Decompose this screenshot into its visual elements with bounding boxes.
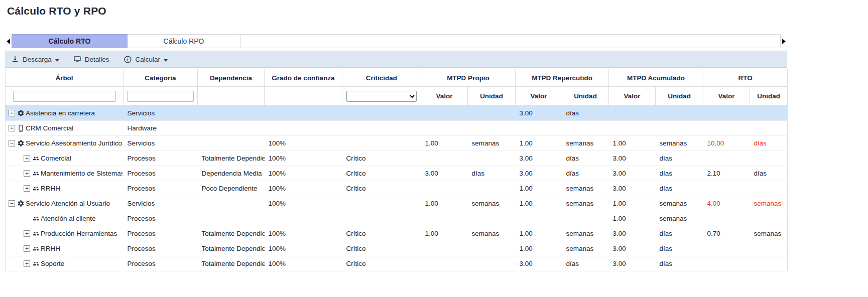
tree-node-label: RRHH bbox=[41, 185, 60, 192]
cell-grado-confianza: 100% bbox=[265, 241, 342, 256]
cell-grado-confianza: 100% bbox=[265, 181, 342, 196]
cell-grado-confianza bbox=[265, 106, 342, 121]
collapse-toggle[interactable]: − bbox=[9, 140, 15, 146]
table-row[interactable]: + Asistencia en carretera Servicios 3.00… bbox=[6, 106, 788, 121]
cell-mtpd-repercutido-valor: 3.00 bbox=[516, 256, 562, 271]
tab-scroll-left-button[interactable] bbox=[5, 34, 12, 48]
column-header-grado-confianza[interactable]: Grado de confianza bbox=[265, 69, 342, 87]
download-button[interactable]: Descarga bbox=[11, 55, 59, 63]
tab-calculo-rpo[interactable]: Cálculo RPO bbox=[128, 34, 240, 48]
cell-mtpd-acumulado-valor: 3.00 bbox=[609, 181, 656, 196]
column-header-criticidad[interactable]: Criticidad bbox=[342, 69, 421, 87]
cell-rto-valor: 2.10 bbox=[703, 166, 750, 181]
cell-mtpd-repercutido-valor bbox=[516, 121, 562, 136]
cell-mtpd-propio-unidad: semanas bbox=[468, 196, 516, 211]
subheader-repercutido-valor[interactable]: Valor bbox=[516, 87, 562, 106]
column-header-categoria[interactable]: Categoría bbox=[123, 69, 198, 87]
tab-scroll-right-button[interactable] bbox=[781, 34, 787, 48]
subheader-acumulado-valor[interactable]: Valor bbox=[609, 87, 656, 106]
cell-rto-valor bbox=[703, 256, 750, 271]
cell-dependencia: Totalmente Dependiente bbox=[198, 151, 265, 166]
column-header-arbol[interactable]: Árbol bbox=[6, 69, 123, 87]
cell-rto-valor: 0.70 bbox=[703, 226, 750, 241]
dependencia-filter-cell bbox=[198, 87, 265, 106]
column-header-mtpd-acumulado[interactable]: MTPD Acumulado bbox=[609, 69, 703, 87]
cell-grado-confianza: 100% bbox=[265, 256, 342, 271]
tree-node-label: CRM Comercial bbox=[26, 124, 73, 132]
cell-mtpd-acumulado-valor: 3.00 bbox=[609, 151, 656, 166]
calculate-button[interactable]: Calcular bbox=[123, 55, 168, 64]
table-row[interactable]: + Producción Herramientas Procesos Total… bbox=[6, 226, 788, 241]
expand-toggle[interactable]: + bbox=[9, 125, 15, 131]
arbol-filter-input[interactable] bbox=[13, 91, 116, 102]
column-header-mtpd-repercutido[interactable]: MTPD Repercutido bbox=[516, 69, 609, 87]
cell-criticidad bbox=[342, 136, 421, 151]
cell-mtpd-propio-valor bbox=[421, 256, 468, 271]
expand-toggle[interactable]: + bbox=[9, 110, 15, 116]
subheader-propio-unidad[interactable]: Unidad bbox=[468, 87, 516, 106]
expand-toggle[interactable]: + bbox=[24, 245, 30, 252]
cell-rto-valor bbox=[703, 106, 750, 121]
cell-mtpd-repercutido-unidad: semanas bbox=[562, 136, 609, 151]
cell-mtpd-repercutido-valor: 1.00 bbox=[516, 241, 562, 256]
grado-filter-cell bbox=[265, 87, 342, 106]
subheader-rto-valor[interactable]: Valor bbox=[703, 87, 750, 106]
subheader-propio-valor[interactable]: Valor bbox=[421, 87, 468, 106]
cell-categoria: Procesos bbox=[123, 226, 198, 241]
categoria-filter-cell bbox=[123, 87, 198, 106]
table-row[interactable]: − Servicio Atención al Usuario Servicios… bbox=[6, 196, 788, 211]
expand-toggle[interactable]: + bbox=[24, 170, 30, 177]
cell-mtpd-propio-unidad bbox=[468, 121, 516, 136]
table-row[interactable]: + RRHH Procesos Totalmente Dependiente 1… bbox=[6, 241, 788, 256]
criticidad-filter-select[interactable] bbox=[346, 91, 417, 102]
table-row[interactable]: Atención al cliente Procesos 1.00 semana… bbox=[6, 211, 788, 226]
expand-toggle[interactable]: + bbox=[24, 155, 30, 162]
table-row[interactable]: + CRM Comercial Hardware bbox=[6, 121, 788, 136]
cell-mtpd-repercutido-unidad: días bbox=[562, 106, 609, 121]
cell-rto-unidad bbox=[750, 241, 788, 256]
cell-criticidad: Crítico bbox=[342, 256, 421, 271]
expand-toggle[interactable]: + bbox=[24, 260, 30, 267]
column-header-dependencia[interactable]: Dependencia bbox=[198, 69, 265, 87]
table-row[interactable]: + RRHH Procesos Poco Dependiente 100% Cr… bbox=[6, 181, 788, 196]
cell-mtpd-repercutido-unidad: semanas bbox=[562, 181, 609, 196]
expand-toggle[interactable]: + bbox=[24, 230, 30, 237]
info-icon bbox=[123, 55, 132, 64]
expand-toggle[interactable]: + bbox=[24, 185, 30, 192]
column-header-mtpd-propio[interactable]: MTPD Propio bbox=[421, 69, 516, 87]
cell-mtpd-repercutido-valor: 1.00 bbox=[516, 226, 562, 241]
cell-rto-unidad bbox=[750, 121, 788, 136]
cell-rto-valor bbox=[703, 121, 750, 136]
tree-node-label: Comercial bbox=[41, 155, 71, 162]
column-header-rto[interactable]: RTO bbox=[703, 69, 788, 87]
subheader-acumulado-unidad[interactable]: Unidad bbox=[656, 87, 703, 106]
cell-mtpd-repercutido-unidad: semanas bbox=[562, 226, 609, 241]
cell-rto-unidad: semanas bbox=[750, 226, 788, 241]
subheader-repercutido-unidad[interactable]: Unidad bbox=[562, 87, 609, 106]
subheader-rto-unidad[interactable]: Unidad bbox=[750, 87, 788, 106]
cell-mtpd-acumulado-unidad: días bbox=[656, 241, 703, 256]
cell-categoria: Procesos bbox=[123, 166, 198, 181]
cell-mtpd-acumulado-unidad: semanas bbox=[656, 196, 703, 211]
cell-dependencia: Poco Dependiente bbox=[198, 181, 265, 196]
cell-mtpd-propio-unidad: días bbox=[468, 166, 516, 181]
table-row[interactable]: + Comercial Procesos Totalmente Dependie… bbox=[6, 151, 788, 166]
categoria-filter-input[interactable] bbox=[127, 91, 194, 102]
details-button[interactable]: Detalles bbox=[73, 55, 109, 63]
cell-mtpd-acumulado-unidad: días bbox=[656, 151, 703, 166]
cell-mtpd-acumulado-unidad bbox=[656, 106, 703, 121]
cell-mtpd-propio-valor bbox=[421, 121, 468, 136]
tree-node-label: Atención al cliente bbox=[41, 215, 96, 222]
cell-mtpd-acumulado-valor: 1.00 bbox=[609, 196, 656, 211]
cell-mtpd-repercutido-unidad: días bbox=[562, 166, 609, 181]
cell-categoria: Procesos bbox=[123, 211, 198, 226]
cell-rto-valor bbox=[703, 211, 750, 226]
collapse-toggle[interactable]: − bbox=[9, 200, 15, 207]
cell-mtpd-repercutido-valor: 3.00 bbox=[516, 151, 562, 166]
cell-mtpd-acumulado-unidad: días bbox=[656, 166, 703, 181]
details-icon bbox=[73, 55, 81, 63]
table-row[interactable]: + Mantenimiento de Sistemas Procesos Dep… bbox=[6, 166, 788, 181]
tab-calculo-rto[interactable]: Cálculo RTO bbox=[12, 34, 128, 48]
table-row[interactable]: + Soporte Procesos Totalmente Dependient… bbox=[6, 256, 788, 271]
table-row[interactable]: − Servicio Asesoramiento Jurídico Servic… bbox=[6, 136, 788, 151]
